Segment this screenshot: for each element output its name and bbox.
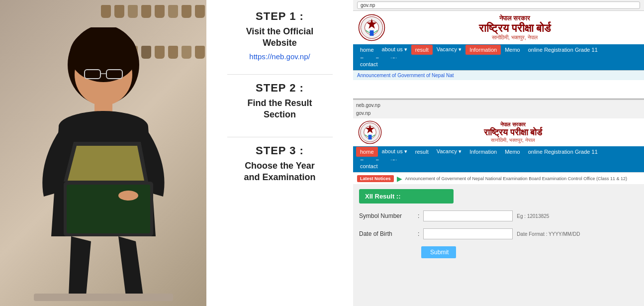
submit-button[interactable]: Submit <box>421 246 456 258</box>
step-2-block: STEP 2 : Find the ResultSection <box>248 82 312 124</box>
nav-memo-2[interactable]: Memo <box>501 147 524 157</box>
address-bar-1[interactable]: gov.np <box>357 1 640 9</box>
nav-exam-2[interactable]: Exam Form (Class <box>356 157 409 160</box>
nav-result-2[interactable]: result <box>411 147 433 157</box>
nav-about-1[interactable]: about us ▾ <box>378 44 411 55</box>
step-2-title: STEP 2 : <box>248 82 312 95</box>
svg-rect-9 <box>34 294 173 301</box>
url-line-1[interactable]: neb.gov.np <box>356 102 641 109</box>
nepal-title-top-1: नेपाल सरकार <box>390 14 639 22</box>
nav-contact-2[interactable]: contact <box>356 161 381 171</box>
notices-arrow-icon: ▶ <box>397 175 402 183</box>
dob-input[interactable] <box>423 228 513 239</box>
website-screenshot-1: gov.np नेपाल सरकार राष्ट्रिय परीक्षा बोर… <box>353 0 644 100</box>
nav-info-2[interactable]: Information <box>465 147 501 157</box>
nepal-logo-2 <box>358 120 382 144</box>
nepal-title-sub-2: सानोठिमी, भक्तपुर, नेपाल <box>387 137 639 143</box>
nav-about-2[interactable]: about us ▾ <box>378 146 411 157</box>
step-1-link[interactable]: https://neb.gov.np/ <box>249 52 310 61</box>
url-line-2[interactable]: gov.np <box>356 109 641 117</box>
nav-exam-1[interactable]: Exam Form (Class <box>356 55 409 58</box>
screenshots-panel: gov.np नेपाल सरकार राष्ट्रिय परीक्षा बोर… <box>353 0 644 306</box>
svg-rect-8 <box>67 185 150 233</box>
website-screenshot-2: neb.gov.np gov.np नेपाल सरकार राष्ट्रिय … <box>353 101 644 306</box>
nepal-title-sub-1: सानोठिमी, भक्तपुर, नेपाल <box>390 34 639 41</box>
nav-info-1[interactable]: Information <box>465 45 501 55</box>
notices-text: Announcement of Government of Nepal Nati… <box>405 176 628 181</box>
nav-reg-2[interactable]: online Registration Grade 11 <box>524 147 602 157</box>
notices-tag: Latest Notices <box>357 175 394 182</box>
step-divider-1 <box>227 74 333 75</box>
step-1-desc: Visit the OfficialWebsite <box>246 26 314 49</box>
nepal-title-main-2: राष्ट्रिय परीक्षा बोर्ड <box>387 128 639 138</box>
nav-contact-1[interactable]: contact <box>356 59 381 69</box>
symbol-colon: : <box>418 212 419 219</box>
step-1-block: STEP 1 : Visit the OfficialWebsite https… <box>246 10 314 61</box>
url-stack: neb.gov.np gov.np <box>353 101 644 118</box>
nav-result-1[interactable]: result <box>411 45 433 55</box>
step-3-desc: Choose the Yearand Examination <box>244 160 315 184</box>
svg-rect-18 <box>368 135 372 140</box>
nav-bar-2b: contact <box>353 160 644 172</box>
nepal-header-1: नेपाल सरकार राष्ट्रिय परीक्षा बोर्ड सानो… <box>353 11 644 44</box>
result-title-bar: XII Result :: <box>359 189 454 204</box>
symbol-number-row: Symbol Number : Eg : 12013825 <box>359 210 638 221</box>
nepal-logo-1 <box>358 14 385 41</box>
svg-rect-14 <box>370 30 374 36</box>
step-3-block: STEP 3 : Choose the Yearand Examination <box>244 144 315 187</box>
nav-bar-2: home about us ▾ result Vacancy ▾ Informa… <box>353 146 644 160</box>
notices-bar: Latest Notices ▶ Announcement of Governm… <box>353 172 644 184</box>
nepal-title-main-1: राष्ट्रिय परीक्षा बोर्ड <box>390 22 639 34</box>
nav-vacancy-2[interactable]: Vacancy ▾ <box>433 146 465 157</box>
ticker-bar-1: Announcement of Government of Nepal Nat <box>353 70 644 80</box>
dob-row: Date of Birth : Date Format : YYYY/MM/DD <box>359 228 638 239</box>
symbol-label: Symbol Number <box>359 212 414 219</box>
nepal-title-area-2: नेपाल सरकार राष्ट्रिय परीक्षा बोर्ड सानो… <box>387 121 639 144</box>
nav-memo-1[interactable]: Memo <box>501 45 524 55</box>
nav-reg-1[interactable]: online Registration Grade 11 <box>524 45 602 55</box>
nav-bar-1b: contact <box>353 58 644 70</box>
step-3-title: STEP 3 : <box>244 144 315 157</box>
nav-vacancy-1[interactable]: Vacancy ▾ <box>433 44 465 55</box>
symbol-input[interactable] <box>423 210 513 221</box>
nav-home-1[interactable]: home <box>356 45 378 55</box>
dob-hint: Date Format : YYYY/MM/DD <box>517 231 580 237</box>
result-form-section: XII Result :: Symbol Number : Eg : 12013… <box>353 184 644 306</box>
svg-point-10 <box>118 191 138 201</box>
submit-row: Submit <box>359 246 638 258</box>
step-divider-2 <box>227 137 333 137</box>
dob-colon: : <box>418 230 419 237</box>
person-image <box>0 17 206 306</box>
ticker-text-1: Announcement of Government of Nepal Nat <box>357 73 454 78</box>
symbol-hint: Eg : 12013825 <box>517 213 549 219</box>
nepal-header-2: नेपाल सरकार राष्ट्रिय परीक्षा बोर्ड सानो… <box>353 118 644 146</box>
steps-panel: STEP 1 : Visit the OfficialWebsite https… <box>206 0 353 306</box>
nepal-title-top-2: नेपाल सरकार <box>387 121 639 128</box>
photo-panel <box>0 0 206 306</box>
nepal-title-area-1: नेपाल सरकार राष्ट्रिय परीक्षा बोर्ड सानो… <box>390 14 639 41</box>
nav-bar-1: home about us ▾ result Vacancy ▾ Informa… <box>353 44 644 58</box>
browser-bar-1: gov.np <box>353 0 644 11</box>
nav-home-2[interactable]: home <box>356 147 378 157</box>
step-2-desc: Find the ResultSection <box>248 98 312 121</box>
dob-label: Date of Birth <box>359 230 414 237</box>
step-1-title: STEP 1 : <box>246 10 314 23</box>
